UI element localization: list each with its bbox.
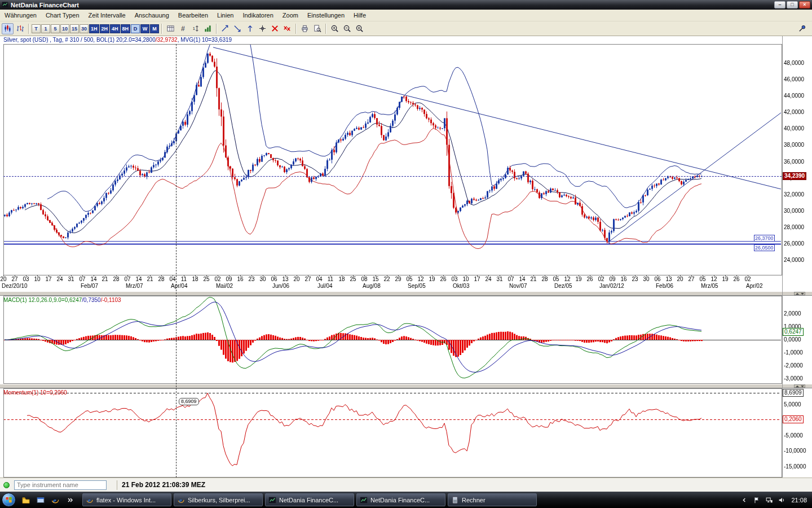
window-buttons: – □ × xyxy=(774,1,810,8)
menu-item-anschauung[interactable]: Anschauung xyxy=(130,10,174,20)
interval-m-button[interactable]: M xyxy=(150,24,159,33)
volume-button[interactable] xyxy=(776,495,787,505)
interval-5-button[interactable]: 5 xyxy=(51,24,60,33)
crosshair-tool-button[interactable] xyxy=(257,23,268,34)
x-axis-month-label: Mai/02 xyxy=(216,283,233,289)
label-segment: BOL(1) 20;2.0=34,2800 xyxy=(96,37,156,43)
draw-arrow-button[interactable] xyxy=(244,23,256,34)
window-title: NetDania FinanceChart xyxy=(11,2,79,8)
interval-1-button[interactable]: 1 xyxy=(41,24,50,33)
panel-splitter[interactable] xyxy=(0,384,812,388)
draw-trendline-up-button[interactable] xyxy=(219,23,231,34)
draw-trendline-down-button[interactable] xyxy=(232,23,244,34)
interval-t-button[interactable]: T xyxy=(32,24,41,33)
interval-15-button[interactable]: 15 xyxy=(70,24,79,33)
menu-item-chart-typen[interactable]: Chart Typen xyxy=(41,10,84,20)
status-timestamp: 21 Feb 2012 21:08:39 MEZ xyxy=(122,481,205,489)
price-scale-button[interactable]: 1 xyxy=(189,23,201,34)
taskbar-item-silberkurs-silberprei[interactable]: eSilberkurs, Silberprei... xyxy=(174,493,263,506)
tray-icons xyxy=(739,495,787,505)
interval-30-button[interactable]: 30 xyxy=(80,24,89,33)
volume-toggle-button[interactable] xyxy=(202,23,214,34)
chart-region: Silver, spot (USD) , Tag, # 310 / 500, B… xyxy=(0,36,812,478)
panel-splitter[interactable] xyxy=(0,291,812,296)
show-desktop-button[interactable] xyxy=(34,493,47,507)
taskbar-item-netdania-financec[interactable]: NetDania FinanceC... xyxy=(265,493,354,506)
interval-2h-button[interactable]: 2H xyxy=(100,24,110,33)
menu-item-wahrungen[interactable]: Währungen xyxy=(0,10,41,20)
zoom-out-button[interactable] xyxy=(341,23,353,34)
interval-8h-button[interactable]: 8H xyxy=(121,24,131,33)
zoomreset-icon xyxy=(355,24,364,33)
macd-chart-canvas[interactable] xyxy=(0,296,812,384)
x-axis-day-label: 31 xyxy=(495,276,505,282)
x-axis-month-label: Aug/08 xyxy=(363,283,381,289)
x-axis-month-label: Apr/02 xyxy=(746,283,762,289)
zoom-in-button[interactable] xyxy=(329,23,341,34)
print-button[interactable] xyxy=(299,23,311,34)
menu-item-indikatoren[interactable]: Indikatoren xyxy=(238,10,277,20)
x-axis-day-label: 16 xyxy=(235,276,245,282)
menu-item-zeit-intervalle[interactable]: Zeit Intervalle xyxy=(84,10,130,20)
interval-d-button[interactable]: D xyxy=(131,24,140,33)
menu-item-linien[interactable]: Linien xyxy=(213,10,238,20)
menu-item-einstellungen[interactable]: Einstellungen xyxy=(303,10,349,20)
quick-launch-expand-button[interactable] xyxy=(63,493,77,507)
x-axis-day-label: 17 xyxy=(43,276,54,282)
splitter-collapse-button[interactable] xyxy=(794,384,805,388)
main-chart-canvas[interactable] xyxy=(0,36,812,291)
taskbar-item-netdania-financec[interactable]: NetDania FinanceC... xyxy=(356,493,445,506)
macd-indicator-label: MACD(1) 12.0,26.0,9.0=0,6247/0,7350/-0,1… xyxy=(3,297,121,304)
taskbar-clock[interactable]: 21:08 xyxy=(791,497,807,503)
dock-pin-button[interactable] xyxy=(796,23,808,34)
instrument-search-input[interactable] xyxy=(14,480,107,490)
interval-10-button[interactable]: 10 xyxy=(60,24,69,33)
hidden-icons-button[interactable] xyxy=(739,495,749,505)
label-segment: Silver, spot (USD) , Tag, # 310 / 500, xyxy=(3,37,96,43)
support-line-label: 26,0500 xyxy=(754,244,775,251)
action-center-button[interactable] xyxy=(752,495,762,505)
splitter-collapse-button[interactable] xyxy=(794,292,805,295)
x-axis-month-label: Apr/04 xyxy=(171,283,187,289)
x-axis-day-label: 09 xyxy=(224,276,234,282)
interval-w-button[interactable]: W xyxy=(140,24,149,33)
maximize-button[interactable]: □ xyxy=(787,1,798,8)
taskbar-item-rechner[interactable]: Rechner xyxy=(448,493,537,506)
delete-line-button[interactable] xyxy=(269,23,281,34)
data-table-button[interactable] xyxy=(165,23,176,34)
x-axis-day-label: 10 xyxy=(461,276,471,282)
x-axis-month-label: Feb/07 xyxy=(81,283,98,289)
task-label: NetDania FinanceC... xyxy=(279,497,338,503)
menu-item-hilfe[interactable]: Hilfe xyxy=(349,10,370,20)
calc-icon xyxy=(451,496,459,504)
delline-icon xyxy=(271,24,279,33)
interval-1h-button[interactable]: 1H xyxy=(89,24,99,33)
ohlc-chart-button[interactable] xyxy=(14,23,26,34)
x-axis-month-label: Okt/03 xyxy=(453,283,469,289)
windows-explorer-button[interactable] xyxy=(19,493,33,507)
momentum-indicator-label: Momentum(1) 10=0,2060 xyxy=(3,389,67,396)
print-preview-button[interactable] xyxy=(311,23,323,34)
internet-explorer-button[interactable]: e xyxy=(48,493,62,507)
delete-all-lines-button[interactable] xyxy=(281,23,293,34)
network-status-button[interactable] xyxy=(764,495,774,505)
quick-launch-bar: e xyxy=(19,493,77,507)
title-bar[interactable]: NetDania FinanceChart – □ × xyxy=(0,0,812,10)
momentum-chart-canvas[interactable] xyxy=(0,388,812,478)
menu-item-zoom[interactable]: Zoom xyxy=(278,10,303,20)
start-button[interactable] xyxy=(2,493,16,507)
macd-value-badge: 0,6247 xyxy=(783,328,804,336)
taskbar-item-flatex-windows-int[interactable]: eflatex - Windows Int... xyxy=(82,493,171,506)
candlestick-chart-button[interactable] xyxy=(2,23,14,34)
zoom-reset-button[interactable] xyxy=(354,23,365,34)
menu-item-bearbeiten[interactable]: Bearbeiten xyxy=(174,10,213,20)
grid-toggle-button[interactable]: # xyxy=(177,23,189,34)
interval-4h-button[interactable]: 4H xyxy=(110,24,120,33)
x-axis-day-label: 13 xyxy=(664,276,674,282)
x-axis-day-label: 14 xyxy=(134,276,144,282)
x-axis-month-label: Mrz/05 xyxy=(701,283,718,289)
minimize-button[interactable]: – xyxy=(774,1,785,8)
x-axis-day-label: 12 xyxy=(562,276,572,282)
svg-text:#: # xyxy=(181,25,185,33)
close-button[interactable]: × xyxy=(799,1,810,8)
